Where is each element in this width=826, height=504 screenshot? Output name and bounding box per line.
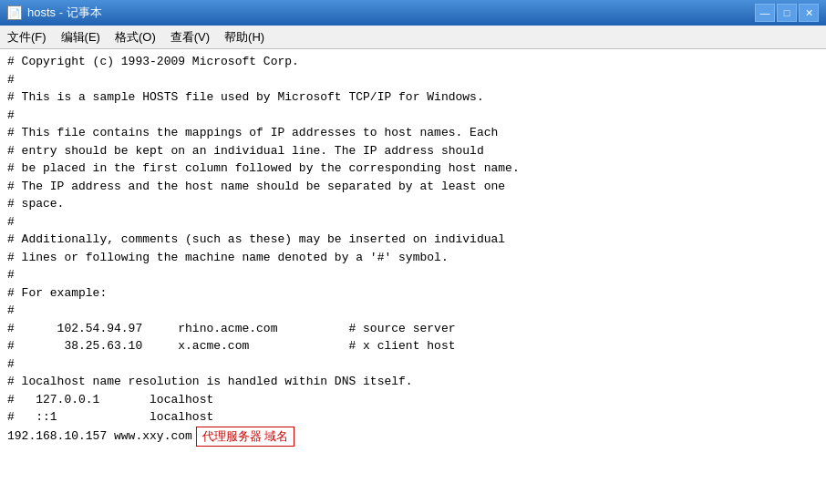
last-line-container: 192.168.10.157 www.xxy.com 代理服务器 域名: [7, 427, 819, 447]
annotation-box: 代理服务器 域名: [196, 427, 295, 447]
menu-format[interactable]: 格式(O): [108, 27, 163, 46]
menu-file[interactable]: 文件(F): [0, 27, 54, 46]
close-button[interactable]: ✕: [799, 4, 819, 22]
title-bar: 📄 hosts - 记事本 — □ ✕: [0, 0, 826, 26]
menu-bar: 文件(F) 编辑(E) 格式(O) 查看(V) 帮助(H): [0, 26, 826, 49]
menu-help[interactable]: 帮助(H): [217, 27, 272, 46]
window-title: hosts - 记事本: [27, 5, 102, 21]
window-controls: — □ ✕: [755, 4, 819, 22]
app-icon: 📄: [7, 5, 22, 20]
menu-view[interactable]: 查看(V): [163, 27, 217, 46]
editor-area[interactable]: # Copyright (c) 1993-2009 Microsoft Corp…: [0, 49, 826, 504]
minimize-button[interactable]: —: [755, 4, 775, 22]
annotation-text: 代理服务器 域名: [202, 428, 289, 445]
editor-content: # Copyright (c) 1993-2009 Microsoft Corp…: [7, 53, 819, 427]
maximize-button[interactable]: □: [777, 4, 797, 22]
last-line-text: 192.168.10.157 www.xxy.com: [7, 429, 192, 443]
menu-edit[interactable]: 编辑(E): [54, 27, 108, 46]
